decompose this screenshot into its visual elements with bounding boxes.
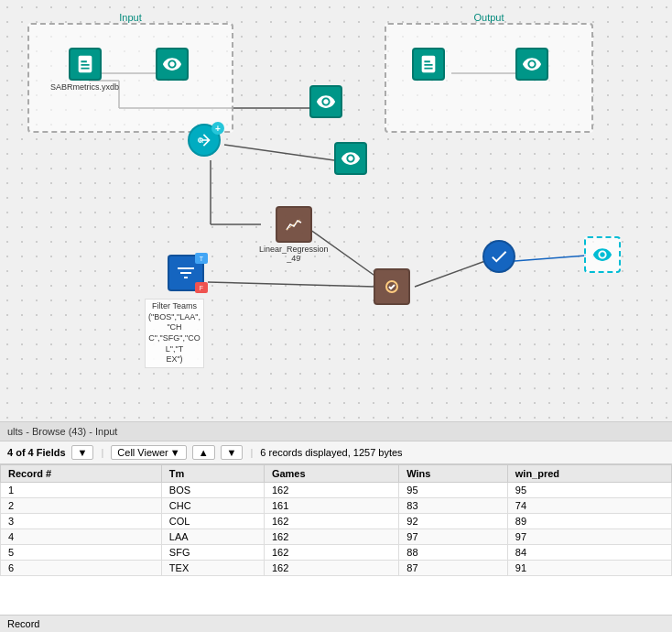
svg-line-10 <box>415 261 485 287</box>
score-icon <box>374 268 410 305</box>
browse-3-icon <box>334 142 367 175</box>
cell-win_pred: 74 <box>507 498 671 514</box>
col-tm: Tm <box>161 465 264 483</box>
panel-title-bar: ults - Browse (43) - Input <box>0 422 672 441</box>
node-filter[interactable]: T F Filter Teams("BOS","LAA","CHC","SFG"… <box>168 255 204 291</box>
cell-tm: TEX <box>161 561 264 576</box>
svg-line-8 <box>208 282 375 287</box>
linear-reg-icon <box>276 206 312 243</box>
node-score[interactable] <box>374 268 410 305</box>
cell-tm: LAA <box>161 529 264 545</box>
node-browse-out[interactable] <box>515 48 548 81</box>
cell-tm: CHC <box>161 498 264 514</box>
check-icon <box>482 240 515 273</box>
cell-record: 6 <box>1 561 162 576</box>
col-games: Games <box>264 465 398 483</box>
cell-games: 162 <box>264 561 398 576</box>
table-row: 2CHC1618374 <box>1 498 672 514</box>
node-browse-final[interactable] <box>584 236 621 273</box>
cell-viewer-label: Cell Viewer <box>117 447 168 458</box>
panel-title: ults - Browse (43) - Input <box>7 426 117 437</box>
cell-record: 2 <box>1 498 162 514</box>
node-browse-3[interactable] <box>334 142 367 175</box>
panel-toolbar: 4 of 4 Fields ▼ | Cell Viewer ▼ ▲ ▼ | 6 … <box>0 441 672 464</box>
workflow-canvas: Input Output SABRmetrics.yxdb <box>0 0 672 421</box>
data-table: Record # Tm Games Wins win_pred 1BOS1629… <box>0 464 672 576</box>
input-file-icon <box>69 48 102 81</box>
cell-tm: COL <box>161 514 264 529</box>
cell-games: 162 <box>264 514 398 529</box>
cell-tm: SFG <box>161 545 264 561</box>
viewer-dropdown-icon: ▼ <box>170 447 180 458</box>
cell-wins: 92 <box>399 514 508 529</box>
table-row: 6TEX1628791 <box>1 561 672 576</box>
records-info: 6 records displayed, 1257 bytes <box>260 447 402 458</box>
input-group-label: Input <box>119 12 141 23</box>
filter-label: Filter Teams("BOS","LAA","CHC","SFG","CO… <box>145 299 204 368</box>
cell-win_pred: 91 <box>507 561 671 576</box>
cell-wins: 95 <box>399 483 508 498</box>
cell-wins: 97 <box>399 529 508 545</box>
cell-record: 5 <box>1 545 162 561</box>
table-container: Record # Tm Games Wins win_pred 1BOS1629… <box>0 464 672 615</box>
node-check[interactable] <box>482 240 515 273</box>
sort-up-button[interactable]: ▲ <box>192 445 215 460</box>
table-row: 5SFG1628884 <box>1 545 672 561</box>
cell-win_pred: 97 <box>507 529 671 545</box>
cell-tm: BOS <box>161 483 264 498</box>
cell-wins: 83 <box>399 498 508 514</box>
node-input-file[interactable]: SABRmetrics.yxdb <box>50 48 119 92</box>
browse-2-icon <box>309 85 342 118</box>
cell-record: 4 <box>1 529 162 545</box>
record-footer: Record <box>0 615 672 632</box>
browse-1-icon <box>156 48 189 81</box>
bottom-panel: ults - Browse (43) - Input 4 of 4 Fields… <box>0 421 672 632</box>
output-group-label: Output <box>473 12 504 23</box>
sort-asc-button[interactable]: ▼ <box>71 445 94 460</box>
cell-games: 162 <box>264 529 398 545</box>
table-row: 3COL1629289 <box>1 514 672 529</box>
svg-line-11 <box>515 256 586 261</box>
col-wins: Wins <box>399 465 508 483</box>
cell-games: 161 <box>264 498 398 514</box>
table-row: 1BOS1629595 <box>1 483 672 498</box>
output-file-icon <box>412 48 445 81</box>
node-browse-2[interactable] <box>309 85 342 118</box>
svg-text:R: R <box>200 137 204 144</box>
cell-wins: 88 <box>399 545 508 561</box>
cell-win_pred: 95 <box>507 483 671 498</box>
cell-win_pred: 89 <box>507 514 671 529</box>
node-browse-1[interactable] <box>156 48 189 81</box>
cell-win_pred: 84 <box>507 545 671 561</box>
cell-games: 162 <box>264 545 398 561</box>
col-record: Record # <box>1 465 162 483</box>
sort-down-button[interactable]: ▼ <box>221 445 244 460</box>
cell-games: 162 <box>264 483 398 498</box>
browse-final-icon <box>584 236 621 273</box>
record-label: Record <box>7 618 39 629</box>
table-row: 4LAA1629797 <box>1 529 672 545</box>
col-win-pred: win_pred <box>507 465 671 483</box>
fields-label: 4 of 4 Fields <box>7 447 66 458</box>
svg-line-5 <box>224 145 334 160</box>
node-linear-regression[interactable]: Linear_Regression_49 <box>259 206 329 263</box>
node-sample[interactable]: R + <box>188 124 221 157</box>
table-body: 1BOS16295952CHC16183743COL16292894LAA162… <box>1 483 672 576</box>
cell-wins: 87 <box>399 561 508 576</box>
node-output-file[interactable] <box>412 48 445 81</box>
cell-viewer-button[interactable]: Cell Viewer ▼ <box>111 445 186 460</box>
browse-out-icon <box>515 48 548 81</box>
table-header: Record # Tm Games Wins win_pred <box>1 465 672 483</box>
cell-record: 1 <box>1 483 162 498</box>
cell-record: 3 <box>1 514 162 529</box>
linear-reg-label: Linear_Regression_49 <box>259 245 329 263</box>
input-file-label: SABRmetrics.yxdb <box>50 82 119 92</box>
